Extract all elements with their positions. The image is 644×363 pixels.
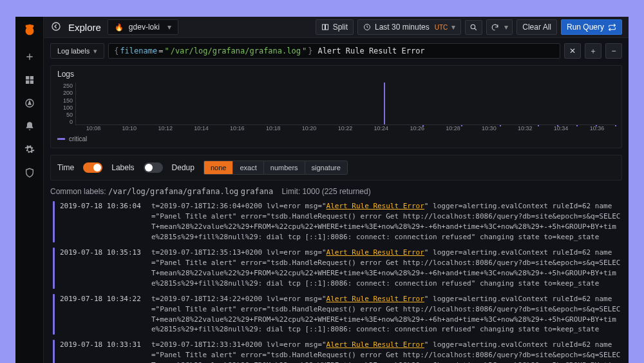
logs-panel-title: Logs xyxy=(57,70,615,79)
svg-rect-1 xyxy=(30,76,33,79)
grafana-logo-icon[interactable] xyxy=(23,23,37,39)
y-tick: 100 xyxy=(57,104,73,111)
logs-limit: Limit: 1000 xyxy=(282,187,320,196)
dashboards-icon[interactable] xyxy=(24,74,35,86)
common-labels-prefix: Common labels: xyxy=(50,187,106,196)
log-level-marker xyxy=(53,294,55,335)
chart-x-axis: 10:0810:1010:1210:1410:1610:1810:2010:22… xyxy=(75,125,615,132)
query-search-text: Alert Rule Result Error xyxy=(317,46,424,55)
chart-legend: critical xyxy=(57,135,615,142)
x-tick: 10:34 xyxy=(543,125,579,132)
y-tick: 50 xyxy=(57,112,73,118)
dedup-label: Dedup xyxy=(172,163,194,172)
x-tick: 10:30 xyxy=(471,125,507,132)
settings-icon[interactable] xyxy=(24,144,35,155)
chart-plot-area[interactable] xyxy=(75,83,615,125)
query-input[interactable]: { filename = "/var/log/grafana/grafana.l… xyxy=(108,43,560,59)
x-tick: 10:18 xyxy=(255,125,291,132)
run-loop-icon xyxy=(608,23,616,32)
legend-label: critical xyxy=(69,135,87,142)
log-highlight: Alert Rule Result Error xyxy=(327,295,424,303)
add-query-button[interactable]: ＋ xyxy=(585,43,601,59)
log-message: t=2019-07-18T12:36:04+0200 lvl=eror msg=… xyxy=(151,201,622,242)
log-row[interactable]: 2019-07-18 10:34:22t=2019-07-18T12:34:22… xyxy=(50,293,622,339)
svg-rect-7 xyxy=(322,25,325,30)
common-labels-app: grafana xyxy=(241,187,274,196)
remove-query-button[interactable]: − xyxy=(605,43,622,59)
clear-query-button[interactable]: ✕ xyxy=(564,43,581,59)
dedup-segmented: noneexactnumberssignature xyxy=(204,161,348,175)
dedup-numbers-button[interactable]: numbers xyxy=(264,161,305,174)
log-labels-picker[interactable]: Log labels ▾ xyxy=(50,43,104,59)
x-tick: 10:16 xyxy=(219,125,255,132)
logs-options-bar: Time Labels Dedup noneexactnumberssignat… xyxy=(50,155,622,181)
x-tick: 10:22 xyxy=(327,125,363,132)
add-icon[interactable] xyxy=(24,51,35,63)
chevron-down-icon: ▾ xyxy=(93,47,97,55)
explore-icon[interactable] xyxy=(24,97,35,109)
log-list: 2019-07-18 10:36:04t=2019-07-18T12:36:04… xyxy=(50,200,622,363)
svg-rect-2 xyxy=(26,81,29,84)
clear-all-button[interactable]: Clear All xyxy=(516,19,557,35)
log-timestamp: 2019-07-18 10:35:13 xyxy=(60,248,146,289)
common-labels-path: /var/log/grafana/grafana.log xyxy=(108,187,238,196)
dedup-exact-button[interactable]: exact xyxy=(233,161,263,174)
alerting-icon[interactable] xyxy=(24,121,35,132)
datasource-picker[interactable]: 🔥 gdev-loki ▾ xyxy=(108,19,178,35)
time-range-button[interactable]: Last 30 minutes UTC ▾ xyxy=(357,19,461,35)
split-label: Split xyxy=(333,23,348,32)
chart-y-axis: 250200150100500 xyxy=(57,83,75,125)
svg-marker-5 xyxy=(28,101,31,104)
dedup-signature-button[interactable]: signature xyxy=(305,161,347,174)
time-toggle-label: Time xyxy=(57,163,74,172)
run-query-label: Run Query xyxy=(567,23,604,32)
clock-icon xyxy=(363,23,371,31)
log-message: t=2019-07-18T12:34:22+0200 lvl=eror msg=… xyxy=(151,294,622,335)
x-tick: 10:20 xyxy=(291,125,327,132)
common-labels-row: Common labels: /var/log/grafana/grafana.… xyxy=(50,187,622,196)
log-row[interactable]: 2019-07-18 10:35:13t=2019-07-18T12:35:13… xyxy=(50,246,622,293)
shield-icon[interactable] xyxy=(24,167,35,179)
x-tick: 10:08 xyxy=(75,125,111,132)
split-icon xyxy=(321,23,329,31)
chart-bar xyxy=(500,125,501,127)
run-query-button[interactable]: Run Query xyxy=(561,19,622,35)
clear-all-label: Clear All xyxy=(522,23,551,32)
chart-bar xyxy=(422,125,424,127)
time-toggle[interactable] xyxy=(83,162,102,173)
split-button[interactable]: Split xyxy=(316,19,354,35)
svg-rect-3 xyxy=(30,81,33,84)
logs-histogram[interactable]: 250200150100500 xyxy=(57,83,615,125)
log-timestamp: 2019-07-18 10:33:31 xyxy=(60,340,146,363)
log-row[interactable]: 2019-07-18 10:36:04t=2019-07-18T12:36:04… xyxy=(50,200,622,246)
query-row: Log labels ▾ { filename = "/var/log/graf… xyxy=(50,43,622,59)
back-icon[interactable] xyxy=(50,21,62,34)
chart-bar xyxy=(615,125,616,127)
refresh-button[interactable]: ▾ xyxy=(486,19,513,35)
chevron-down-icon: ▾ xyxy=(504,23,508,32)
refresh-icon xyxy=(491,23,499,32)
log-highlight: Alert Rule Result Error xyxy=(327,202,424,210)
chart-bar xyxy=(538,125,539,127)
dedup-none-button[interactable]: none xyxy=(204,161,233,174)
side-nav xyxy=(15,17,44,363)
logs-returned: (225 returned) xyxy=(322,187,371,196)
legend-swatch xyxy=(57,138,65,140)
log-highlight: Alert Rule Result Error xyxy=(327,340,424,349)
y-tick: 250 xyxy=(57,83,73,89)
svg-point-6 xyxy=(52,23,60,30)
chart-bar xyxy=(384,83,385,124)
svg-rect-0 xyxy=(26,76,29,79)
x-tick: 10:10 xyxy=(111,125,147,132)
x-tick: 10:24 xyxy=(363,125,399,132)
query-value: /var/log/grafana/grafana.log xyxy=(171,46,301,55)
chevron-down-icon: ▾ xyxy=(167,23,171,32)
chart-bar xyxy=(461,125,462,127)
labels-toggle[interactable] xyxy=(144,162,163,173)
zoom-out-button[interactable] xyxy=(465,20,482,35)
log-row[interactable]: 2019-07-18 10:33:31t=2019-07-18T12:33:31… xyxy=(50,338,622,363)
datasource-name: gdev-loki xyxy=(129,23,160,32)
log-message: t=2019-07-18T12:33:31+0200 lvl=eror msg=… xyxy=(151,340,622,363)
chart-bar xyxy=(596,125,597,127)
loki-icon: 🔥 xyxy=(115,23,124,32)
